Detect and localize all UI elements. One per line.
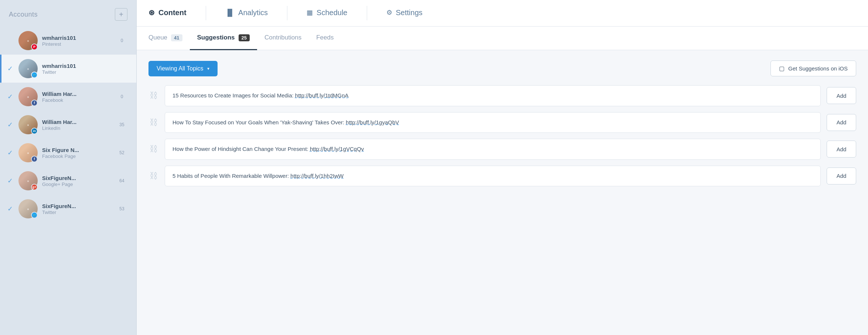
sub-nav: Queue 41 Suggestions 25 Contributions Fe… (137, 27, 868, 50)
account-type: Facebook Page (42, 153, 116, 159)
sidebar-account-sixfigure-google[interactable]: ✓ ● g+ SixFigureN... Google+ Page 64 (0, 167, 136, 195)
sidebar-account-sixfigure-twitter[interactable]: ✓ ● 🐦 SixFigureN... Twitter 53 (0, 195, 136, 223)
account-queue-badge: 52 (116, 148, 127, 157)
avatar-wrap: ● 🐦 (18, 199, 38, 218)
sidebar-account-wmharris-twitter[interactable]: ✓ ● 🐦 wmharris101 Twitter (0, 55, 136, 83)
account-queue-badge: 53 (116, 204, 127, 213)
suggestion-url[interactable]: http://buff.ly/1hh2IwW (290, 173, 344, 179)
suggestions-list: ⛓ 15 Resources to Create Images for Soci… (148, 85, 856, 186)
suggestion-url[interactable]: http://buff.ly/1gVCqQv (310, 146, 364, 152)
suggestion-item-1: ⛓ 15 Resources to Create Images for Soci… (148, 85, 856, 106)
add-suggestion-button-2[interactable]: Add (827, 114, 856, 131)
add-suggestion-button-3[interactable]: Add (827, 141, 856, 158)
account-queue-badge: 0 (116, 36, 127, 45)
facebook-badge-icon: f (31, 156, 38, 162)
twitter-badge-icon: 🐦 (31, 212, 38, 218)
subtab-contributions[interactable]: Contributions (257, 27, 309, 50)
tab-analytics[interactable]: ▐▌ Analytics (206, 0, 287, 26)
sidebar-account-william-linkedin[interactable]: ✓ ● in William Har... LinkedIn 35 (0, 111, 136, 139)
tab-schedule[interactable]: ▦ Schedule (287, 0, 366, 26)
subtab-feeds[interactable]: Feeds (309, 27, 341, 50)
suggestion-text: 15 Resources to Create Images for Social… (172, 92, 295, 99)
add-suggestion-button-4[interactable]: Add (827, 168, 856, 184)
link-icon: ⛓ (148, 118, 159, 127)
account-list: ✓ ● P wmharris101 Pinterest 0 ✓ ● 🐦 wmha… (0, 27, 136, 223)
add-account-button[interactable]: + (115, 8, 127, 21)
check-icon: ✓ (7, 205, 15, 213)
suggestion-item-3: ⛓ How the Power of Hindsight Can Change … (148, 139, 856, 160)
account-name: SixFigureN... (42, 175, 116, 181)
layers-icon: ⊛ (148, 8, 155, 17)
calendar-icon: ▦ (307, 8, 313, 17)
sidebar-header: Accounts + (0, 0, 136, 27)
account-queue-badge: 64 (116, 176, 127, 185)
queue-badge: 41 (171, 34, 182, 41)
account-name: Six Figure N... (42, 147, 116, 153)
get-ios-suggestions-button[interactable]: ▢ Get Suggestions on iOS (770, 61, 856, 76)
toolbar-row: Viewing All Topics ▾ ▢ Get Suggestions o… (148, 61, 856, 76)
check-icon: ✓ (7, 177, 15, 185)
content-area: Viewing All Topics ▾ ▢ Get Suggestions o… (137, 50, 868, 335)
account-name: wmharris101 (42, 35, 116, 41)
suggestion-url[interactable]: http://buff.ly/1gyaQbV (346, 119, 399, 125)
suggestion-text-box: 15 Resources to Create Images for Social… (165, 85, 821, 106)
chevron-down-icon: ▾ (207, 66, 209, 71)
account-type: Twitter (42, 69, 127, 75)
twitter-badge-icon: 🐦 (31, 72, 38, 78)
avatar-wrap: ● P (18, 31, 38, 50)
suggestion-text-box: 5 Habits of People With Remarkable Willp… (165, 166, 821, 187)
link-icon: ⛓ (148, 171, 159, 181)
avatar-wrap: ● in (18, 115, 38, 134)
account-type: Facebook (42, 97, 116, 103)
main-content: ⊛ Content ▐▌ Analytics ▦ Schedule ⚙ Sett… (137, 0, 868, 335)
viewing-topics-button[interactable]: Viewing All Topics ▾ (148, 61, 218, 76)
account-name: William Har... (42, 119, 116, 125)
add-suggestion-button-1[interactable]: Add (827, 87, 856, 104)
account-type: Twitter (42, 210, 116, 215)
account-type: LinkedIn (42, 125, 116, 131)
account-queue-badge: 0 (116, 92, 127, 101)
account-name: wmharris101 (42, 63, 127, 69)
avatar-wrap: ● f (18, 87, 38, 106)
suggestion-item-4: ⛓ 5 Habits of People With Remarkable Wil… (148, 166, 856, 187)
avatar-wrap: ● g+ (18, 171, 38, 190)
tab-settings[interactable]: ⚙ Settings (367, 0, 442, 26)
tab-content[interactable]: ⊛ Content (137, 0, 206, 26)
suggestions-badge: 25 (239, 34, 250, 41)
link-icon: ⛓ (148, 91, 159, 100)
suggestion-text: How To Stay Focused on Your Goals When '… (172, 119, 346, 125)
subtab-suggestions[interactable]: Suggestions 25 (190, 27, 257, 50)
avatar-wrap: ● 🐦 (18, 59, 38, 78)
ios-label: Get Suggestions on iOS (788, 65, 848, 72)
check-icon: ✓ (7, 37, 15, 45)
phone-icon: ▢ (779, 65, 785, 72)
pinterest-badge-icon: P (31, 44, 38, 50)
top-nav: ⊛ Content ▐▌ Analytics ▦ Schedule ⚙ Sett… (137, 0, 868, 27)
sidebar-title: Accounts (9, 11, 38, 18)
suggestion-item-2: ⛓ How To Stay Focused on Your Goals When… (148, 112, 856, 133)
link-icon: ⛓ (148, 144, 159, 154)
check-icon: ✓ (7, 65, 15, 73)
check-icon: ✓ (7, 149, 15, 157)
subtab-queue[interactable]: Queue 41 (148, 27, 190, 50)
avatar-wrap: ● f (18, 143, 38, 162)
account-type: Pinterest (42, 41, 116, 47)
sidebar-account-william-facebook[interactable]: ✓ ● f William Har... Facebook 0 (0, 83, 136, 111)
check-icon: ✓ (7, 93, 15, 101)
suggestion-text-box: How To Stay Focused on Your Goals When '… (165, 112, 821, 133)
google-badge-icon: g+ (31, 184, 38, 190)
suggestion-text: How the Power of Hindsight Can Change Yo… (172, 146, 310, 152)
account-name: SixFigureN... (42, 203, 116, 209)
suggestion-text-box: How the Power of Hindsight Can Change Yo… (165, 139, 821, 160)
viewing-topics-label: Viewing All Topics (157, 65, 204, 72)
sidebar-account-wmharris-pinterest[interactable]: ✓ ● P wmharris101 Pinterest 0 (0, 27, 136, 55)
account-type: Google+ Page (42, 182, 116, 187)
sidebar: Accounts + ✓ ● P wmharris101 Pinterest 0… (0, 0, 137, 335)
sidebar-account-sixfigure-facebook[interactable]: ✓ ● f Six Figure N... Facebook Page 52 (0, 139, 136, 167)
suggestion-text: 5 Habits of People With Remarkable Willp… (172, 173, 290, 179)
bar-chart-icon: ▐▌ (225, 9, 235, 17)
suggestion-url[interactable]: http://buff.ly/1tdMGnA (295, 92, 349, 99)
linkedin-badge-icon: in (31, 128, 38, 134)
gear-icon: ⚙ (386, 8, 392, 17)
account-queue-badge: 35 (116, 120, 127, 129)
